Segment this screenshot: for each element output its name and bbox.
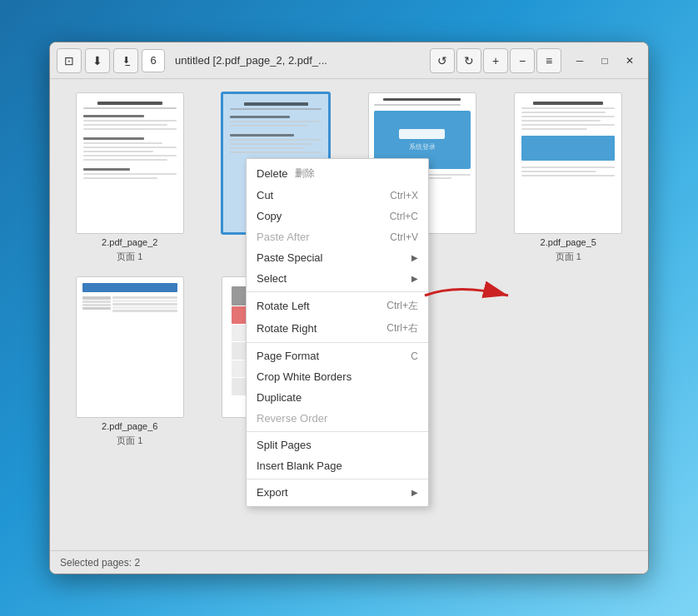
menu-item-duplicate[interactable]: Duplicate: [247, 387, 428, 408]
menu-item-cut[interactable]: Cut Ctrl+X: [247, 185, 428, 206]
menu-divider-3: [247, 431, 428, 432]
title-bar: ⊡ ⬇ ⬇̲ 6 untitled [2.pdf_page_2, 2.pdf_.…: [50, 42, 648, 79]
menu-item-select[interactable]: Select ▶: [247, 268, 428, 289]
page-label-4: 2.pdf_page_5: [541, 237, 596, 247]
menu-item-reverse-order: Reverse Order: [247, 408, 428, 429]
context-menu: Delete 删除 Cut Ctrl+X Copy Ctrl+C Paste A…: [246, 158, 429, 507]
menu-item-rotate-right[interactable]: Rotate Right Ctrl+右: [247, 317, 428, 340]
minimize-btn[interactable]: ─: [568, 49, 591, 72]
window-title: untitled [2.pdf_page_2, 2.pdf_...: [168, 54, 426, 67]
main-window: ⊡ ⬇ ⬇̲ 6 untitled [2.pdf_page_2, 2.pdf_.…: [49, 42, 649, 574]
menu-item-split-pages[interactable]: Split Pages: [247, 435, 428, 455]
menu-btn[interactable]: ≡: [536, 48, 561, 73]
menu-divider-4: [247, 479, 428, 479]
page-thumb-4[interactable]: 2.pdf_page_5 页面 1: [502, 92, 636, 263]
paste-special-arrow: ▶: [411, 253, 418, 262]
menu-item-export[interactable]: Export ▶: [247, 482, 428, 503]
arrow-indicator: [416, 279, 516, 315]
menu-divider-2: [247, 342, 428, 343]
toolbar-download-btn[interactable]: ⬇: [85, 48, 110, 73]
minus-btn[interactable]: −: [510, 48, 535, 73]
pages-grid: 2.pdf_page_2 页面 1 2.p: [50, 79, 648, 550]
menu-item-paste-special[interactable]: Paste Special ▶: [247, 247, 428, 268]
status-text: Selected pages: 2: [60, 557, 140, 569]
menu-item-page-format[interactable]: Page Format C: [247, 345, 428, 366]
status-bar: Selected pages: 2: [50, 550, 648, 574]
rotate-right-btn[interactable]: ↻: [456, 48, 481, 73]
rotate-left-btn[interactable]: ↺: [430, 48, 455, 73]
page-thumbnail-1[interactable]: [76, 92, 184, 234]
page-thumb-5[interactable]: 2.pdf_page_6 页面 1: [63, 276, 197, 447]
menu-item-copy[interactable]: Copy Ctrl+C: [247, 206, 428, 226]
page-sublabel-5: 页面 1: [117, 435, 142, 447]
menu-item-paste-after: Paste After Ctrl+V: [247, 226, 428, 247]
page-sublabel-1: 页面 1: [117, 251, 142, 263]
menu-item-insert-blank[interactable]: Insert Blank Page: [247, 455, 428, 476]
page-thumb-1[interactable]: 2.pdf_page_2 页面 1: [63, 92, 197, 263]
close-btn[interactable]: ✕: [618, 49, 641, 72]
maximize-btn[interactable]: □: [593, 49, 616, 72]
page-count: 6: [142, 49, 165, 72]
page-label-5: 2.pdf_page_6: [102, 421, 157, 431]
page-thumbnail-4[interactable]: [514, 92, 622, 234]
menu-item-rotate-left[interactable]: Rotate Left Ctrl+左: [247, 295, 428, 317]
page-sublabel-4: 页面 1: [556, 251, 581, 263]
menu-item-delete[interactable]: Delete 删除: [247, 162, 428, 185]
toolbar-right: ↺ ↻ + − ≡: [430, 48, 561, 73]
menu-item-crop-white[interactable]: Crop White Borders: [247, 366, 428, 387]
page-thumbnail-5[interactable]: [76, 276, 184, 418]
toolbar-view-btn[interactable]: ⊡: [57, 48, 82, 73]
menu-divider-1: [247, 291, 428, 292]
toolbar-download2-btn[interactable]: ⬇̲: [113, 48, 138, 73]
export-arrow: ▶: [411, 488, 418, 497]
add-btn[interactable]: +: [483, 48, 508, 73]
page-label-1: 2.pdf_page_2: [102, 237, 157, 247]
